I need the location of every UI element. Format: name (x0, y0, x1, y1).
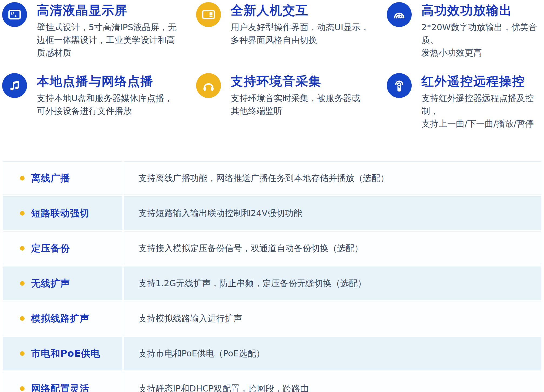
feature-desc: 支持本地U盘和服务器媒体库点播， 可外接设备进行文件播放 (37, 92, 183, 117)
bullet-dot-icon (20, 211, 25, 216)
music-note-icon (2, 73, 27, 98)
spec-row-desc-cell: 支持接入模拟定压备份信号，双通道自动备份切换（选配） (124, 231, 541, 265)
spec-row-desc-cell: 支持短路输入输出联动控制和24V强切功能 (124, 196, 541, 230)
spec-label: 定压备份 (31, 242, 70, 255)
feature-card-ir-remote: 红外遥控远程操控 支持红外遥控器远程点播及控制， 支持上一曲/下一曲/播放/暂停 (387, 73, 544, 130)
feature-desc: 支持红外遥控器远程点播及控制， 支持上一曲/下一曲/播放/暂停 (421, 92, 544, 130)
feature-card-lcd-display: 高清液晶显示屏 壁挂式设计，5寸高清IPS液晶屏，无 边框一体黑设计，工业美学设… (2, 2, 196, 59)
spec-row-label-cell: 短路联动强切 (3, 196, 122, 230)
feature-card-amplifier: 高功效功放输出 2*20W数字功放输出，优美音质、 发热小功效更高 (387, 2, 544, 59)
bullet-dot-icon (20, 176, 25, 180)
feature-title: 高清液晶显示屏 (37, 3, 183, 17)
spec-row-desc-cell: 支持市电和PoE供电（PoE选配） (124, 337, 541, 370)
ui-screens-icon (196, 2, 221, 27)
spec-desc: 支持市电和PoE供电（PoE选配） (138, 348, 265, 360)
spec-desc: 支持接入模拟定压备份信号，双通道自动备份切换（选配） (138, 243, 363, 254)
spec-row-label-cell: 无线扩声 (3, 267, 122, 300)
spec-desc: 支持模拟线路输入进行扩声 (138, 313, 242, 325)
spec-row-label-cell: 市电和PoE供电 (3, 337, 122, 370)
feature-desc: 壁挂式设计，5寸高清IPS液晶屏，无 边框一体黑设计，工业美学设计和高 质感材质 (37, 21, 183, 59)
spec-label: 短路联动强切 (31, 207, 89, 220)
spec-desc: 支持1.2G无线扩声，防止串频，定压备份无缝切换（选配） (138, 278, 366, 289)
bullet-dot-icon (20, 246, 25, 251)
features-grid: 高清液晶显示屏 壁挂式设计，5寸高清IPS液晶屏，无 边框一体黑设计，工业美学设… (0, 0, 544, 130)
spec-row-desc-cell: 支持静态IP和DHCP双配置，跨网段，跨路由 (124, 372, 541, 392)
spec-row-label-cell: 模拟线路扩声 (3, 302, 122, 335)
feature-title: 本地点播与网络点播 (37, 74, 183, 88)
spec-label: 无线扩声 (31, 277, 70, 290)
spec-row-label-cell: 定压备份 (3, 231, 122, 265)
sound-wave-icon (387, 2, 412, 27)
spec-row-desc-cell: 支持离线广播功能，网络推送广播任务到本地存储并播放（选配） (124, 161, 541, 195)
feature-card-local-network-play: 本地点播与网络点播 支持本地U盘和服务器媒体库点播， 可外接设备进行文件播放 (2, 73, 196, 130)
spec-label: 市电和PoE供电 (31, 347, 100, 360)
feature-card-hmi: 全新人机交互 用户友好型操作界面，动态UI显示， 多种界面风格自由切换 (196, 2, 387, 59)
feature-desc: 支持环境音实时采集，被服务器或 其他终端监听 (231, 92, 377, 117)
feature-desc: 2*20W数字功放输出，优美音质、 发热小功效更高 (421, 21, 544, 59)
feature-title: 全新人机交互 (231, 3, 377, 17)
spec-table: 离线广播 支持离线广播功能，网络推送广播任务到本地存储并播放（选配） 短路联动强… (3, 161, 541, 392)
spec-label: 离线广播 (31, 172, 70, 185)
spec-label: 网络配置灵活 (31, 382, 89, 392)
headphones-icon (196, 73, 221, 98)
spec-row-label-cell: 网络配置灵活 (3, 372, 122, 392)
feature-card-ambient-audio: 支持环境音采集 支持环境音实时采集，被服务器或 其他终端监听 (196, 73, 387, 130)
spec-desc: 支持短路输入输出联动控制和24V强切功能 (138, 207, 302, 219)
feature-title: 高功效功放输出 (421, 3, 544, 17)
spec-row-desc-cell: 支持模拟线路输入进行扩声 (124, 302, 541, 335)
feature-desc: 用户友好型操作界面，动态UI显示， 多种界面风格自由切换 (231, 21, 377, 46)
spec-label: 模拟线路扩声 (31, 312, 89, 325)
feature-title: 红外遥控远程操控 (421, 74, 544, 88)
feature-title: 支持环境音采集 (231, 74, 377, 88)
bullet-dot-icon (20, 351, 25, 356)
bullet-dot-icon (20, 281, 25, 286)
spec-row-desc-cell: 支持1.2G无线扩声，防止串频，定压备份无缝切换（选配） (124, 267, 541, 300)
spec-row-label-cell: 离线广播 (3, 161, 122, 195)
bullet-dot-icon (20, 386, 25, 391)
spec-desc: 支持离线广播功能，网络推送广播任务到本地存储并播放（选配） (138, 172, 389, 184)
remote-control-icon (387, 73, 412, 98)
spec-desc: 支持静态IP和DHCP双配置，跨网段，跨路由 (138, 383, 309, 392)
display-icon (2, 2, 27, 27)
bullet-dot-icon (20, 316, 25, 321)
